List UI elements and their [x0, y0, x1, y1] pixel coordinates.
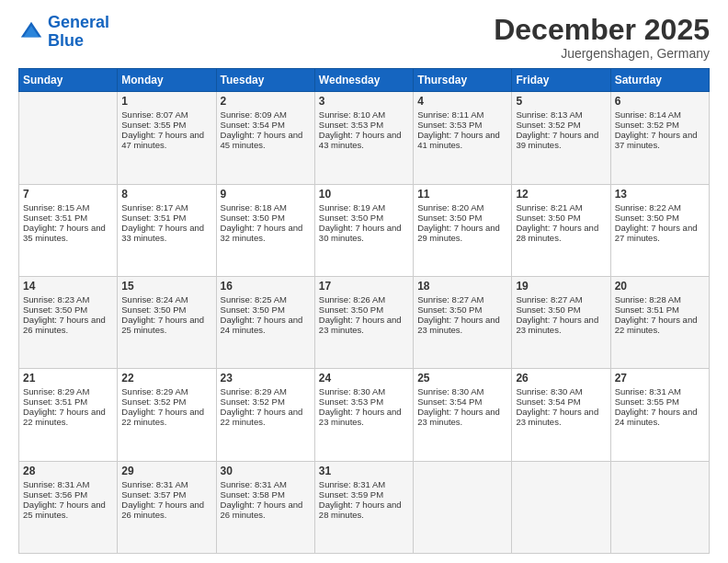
sunset-text: Sunset: 3:52 PM [615, 120, 679, 130]
daylight-text: Daylight: 7 hours and 23 minutes. [417, 315, 500, 335]
table-cell [414, 461, 512, 553]
table-cell: 6 Sunrise: 8:14 AM Sunset: 3:52 PM Dayli… [610, 92, 709, 184]
table-cell: 22 Sunrise: 8:29 AM Sunset: 3:52 PM Dayl… [118, 369, 216, 461]
daylight-text: Daylight: 7 hours and 25 minutes. [121, 315, 204, 335]
calendar-week-row: 7 Sunrise: 8:15 AM Sunset: 3:51 PM Dayli… [19, 184, 710, 276]
sunset-text: Sunset: 3:54 PM [221, 120, 285, 130]
table-cell: 14 Sunrise: 8:23 AM Sunset: 3:50 PM Dayl… [19, 276, 118, 368]
daylight-text: Daylight: 7 hours and 29 minutes. [417, 223, 500, 243]
sunset-text: Sunset: 3:50 PM [319, 213, 383, 223]
daylight-text: Daylight: 7 hours and 26 minutes. [23, 315, 106, 335]
sunset-text: Sunset: 3:54 PM [516, 396, 580, 407]
day-number: 5 [516, 95, 606, 108]
sunrise-text: Sunrise: 8:25 AM [221, 294, 287, 304]
day-number: 30 [221, 465, 311, 477]
table-cell: 28 Sunrise: 8:31 AM Sunset: 3:56 PM Dayl… [19, 461, 118, 553]
sunrise-text: Sunrise: 8:31 AM [319, 479, 385, 489]
table-cell: 24 Sunrise: 8:30 AM Sunset: 3:53 PM Dayl… [314, 369, 413, 461]
sunset-text: Sunset: 3:50 PM [417, 213, 482, 223]
day-number: 12 [516, 188, 606, 201]
col-tuesday: Tuesday [216, 69, 314, 92]
day-number: 14 [23, 280, 113, 293]
daylight-text: Daylight: 7 hours and 22 minutes. [23, 407, 106, 427]
sunrise-text: Sunrise: 8:29 AM [121, 386, 188, 396]
day-number: 10 [319, 188, 409, 201]
daylight-text: Daylight: 7 hours and 45 minutes. [221, 130, 303, 150]
sunset-text: Sunset: 3:51 PM [615, 304, 679, 315]
table-cell: 30 Sunrise: 8:31 AM Sunset: 3:58 PM Dayl… [216, 461, 314, 553]
table-cell: 19 Sunrise: 8:27 AM Sunset: 3:50 PM Dayl… [512, 276, 610, 368]
sunrise-text: Sunrise: 8:30 AM [516, 386, 582, 396]
sunset-text: Sunset: 3:50 PM [615, 213, 679, 223]
sunset-text: Sunset: 3:55 PM [615, 396, 679, 407]
day-number: 1 [121, 95, 211, 108]
daylight-text: Daylight: 7 hours and 22 minutes. [221, 407, 303, 427]
sunrise-text: Sunrise: 8:29 AM [23, 386, 89, 396]
day-number: 8 [121, 188, 211, 201]
sunrise-text: Sunrise: 8:10 AM [319, 109, 385, 120]
calendar-week-row: 1 Sunrise: 8:07 AM Sunset: 3:55 PM Dayli… [19, 92, 710, 184]
day-number: 21 [23, 372, 113, 385]
table-cell: 15 Sunrise: 8:24 AM Sunset: 3:50 PM Dayl… [118, 276, 216, 368]
daylight-text: Daylight: 7 hours and 23 minutes. [319, 315, 402, 335]
sunrise-text: Sunrise: 8:27 AM [516, 294, 582, 304]
sunset-text: Sunset: 3:50 PM [121, 304, 186, 315]
sunrise-text: Sunrise: 8:30 AM [319, 386, 385, 396]
sunrise-text: Sunrise: 8:31 AM [221, 479, 287, 489]
day-number: 31 [319, 465, 409, 477]
daylight-text: Daylight: 7 hours and 28 minutes. [319, 500, 402, 520]
sunset-text: Sunset: 3:50 PM [23, 304, 87, 315]
sunrise-text: Sunrise: 8:31 AM [121, 479, 188, 489]
table-cell: 29 Sunrise: 8:31 AM Sunset: 3:57 PM Dayl… [118, 461, 216, 553]
sunset-text: Sunset: 3:56 PM [23, 489, 87, 500]
sunset-text: Sunset: 3:52 PM [221, 396, 285, 407]
sunrise-text: Sunrise: 8:24 AM [121, 294, 188, 304]
col-monday: Monday [118, 69, 216, 92]
table-cell: 12 Sunrise: 8:21 AM Sunset: 3:50 PM Dayl… [512, 184, 610, 276]
sunset-text: Sunset: 3:57 PM [121, 489, 186, 500]
sunset-text: Sunset: 3:52 PM [516, 120, 580, 130]
logo-text: General Blue [48, 14, 109, 51]
daylight-text: Daylight: 7 hours and 47 minutes. [121, 130, 204, 150]
sunrise-text: Sunrise: 8:27 AM [417, 294, 483, 304]
sunset-text: Sunset: 3:50 PM [221, 213, 285, 223]
table-cell: 31 Sunrise: 8:31 AM Sunset: 3:59 PM Dayl… [314, 461, 413, 553]
sunset-text: Sunset: 3:58 PM [221, 489, 285, 500]
table-cell: 27 Sunrise: 8:31 AM Sunset: 3:55 PM Dayl… [610, 369, 709, 461]
table-cell [512, 461, 610, 553]
table-cell: 20 Sunrise: 8:28 AM Sunset: 3:51 PM Dayl… [610, 276, 709, 368]
day-number: 18 [417, 280, 507, 293]
table-cell: 13 Sunrise: 8:22 AM Sunset: 3:50 PM Dayl… [610, 184, 709, 276]
sunset-text: Sunset: 3:50 PM [417, 304, 482, 315]
sunset-text: Sunset: 3:51 PM [121, 213, 186, 223]
sunrise-text: Sunrise: 8:18 AM [221, 202, 287, 213]
daylight-text: Daylight: 7 hours and 33 minutes. [121, 223, 204, 243]
logo-icon [18, 19, 44, 45]
sunrise-text: Sunrise: 8:22 AM [615, 202, 681, 213]
day-number: 25 [417, 372, 507, 385]
sunrise-text: Sunrise: 8:13 AM [516, 109, 582, 120]
sunrise-text: Sunrise: 8:15 AM [23, 202, 89, 213]
day-number: 24 [319, 372, 409, 385]
table-cell [610, 461, 709, 553]
daylight-text: Daylight: 7 hours and 25 minutes. [23, 500, 106, 520]
sunset-text: Sunset: 3:53 PM [417, 120, 482, 130]
sunrise-text: Sunrise: 8:20 AM [417, 202, 483, 213]
logo: General Blue [18, 14, 109, 51]
day-number: 9 [221, 188, 311, 201]
col-thursday: Thursday [414, 69, 512, 92]
daylight-text: Daylight: 7 hours and 24 minutes. [221, 315, 303, 335]
table-cell [19, 92, 118, 184]
header: General Blue December 2025 Juergenshagen… [18, 14, 710, 61]
calendar-week-row: 28 Sunrise: 8:31 AM Sunset: 3:56 PM Dayl… [19, 461, 710, 553]
daylight-text: Daylight: 7 hours and 23 minutes. [516, 407, 598, 427]
daylight-text: Daylight: 7 hours and 43 minutes. [319, 130, 402, 150]
col-sunday: Sunday [19, 69, 118, 92]
daylight-text: Daylight: 7 hours and 26 minutes. [121, 500, 204, 520]
calendar-table: Sunday Monday Tuesday Wednesday Thursday… [18, 68, 710, 554]
sunset-text: Sunset: 3:51 PM [23, 396, 87, 407]
subtitle: Juergenshagen, Germany [494, 46, 710, 61]
col-wednesday: Wednesday [314, 69, 413, 92]
table-cell: 17 Sunrise: 8:26 AM Sunset: 3:50 PM Dayl… [314, 276, 413, 368]
sunrise-text: Sunrise: 8:31 AM [615, 386, 681, 396]
